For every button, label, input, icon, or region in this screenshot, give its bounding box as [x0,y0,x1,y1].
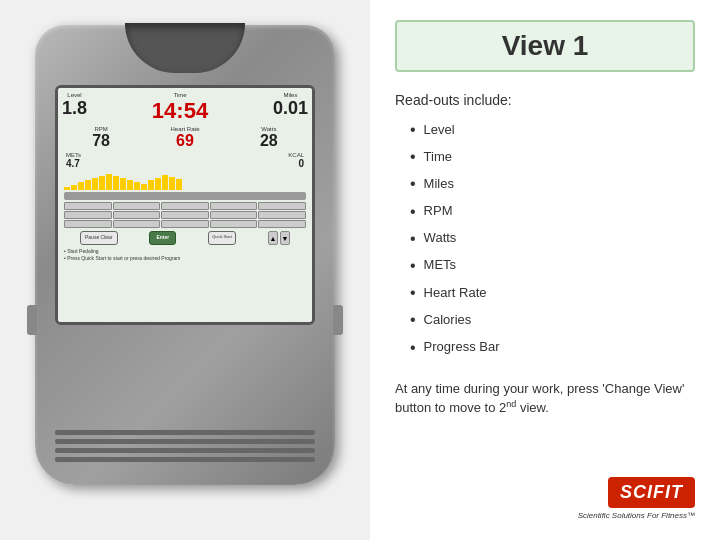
quick-start-button[interactable]: Quick Start [208,231,236,245]
miles-value: 0.01 [273,98,308,119]
logo-tagline: Scientific Solutions For Fitness™ [578,511,695,520]
bar-chart-bar [127,180,133,190]
readout-item: Time [410,143,695,170]
button-grid [64,202,306,228]
readout-item: Watts [410,225,695,252]
readout-item: Calories [410,306,695,333]
view-title: View 1 [502,30,589,61]
device-handle [125,23,245,73]
enter-button[interactable]: Enter [149,231,176,245]
press-quickstart-text: • Press Quick Start to start or press de… [64,255,306,261]
view-title-box: View 1 [395,20,695,72]
screen-container: Level 1.8 Time 14:54 Miles 0.01 [55,85,315,325]
start-pedaling-text: • Start Pedaling [64,248,306,254]
readout-item: RPM [410,198,695,225]
bar-chart-bar [141,184,147,190]
kcal-value: 0 [288,158,304,169]
action-buttons: Pause Clear Enter Quick Start ▲ ▼ [64,231,306,245]
bar-chart-bar [85,180,91,190]
up-button[interactable]: ▲ [268,231,278,245]
vent-slots [55,430,315,465]
bar-chart-bar [78,182,84,190]
readout-item: Heart Rate [410,279,695,306]
scifit-logo: SCIFIT Scientific Solutions For Fitness™ [578,477,695,520]
readouts-section: Read-outs include: LevelTimeMilesRPMWatt… [395,92,695,361]
readouts-title: Read-outs include: [395,92,695,108]
bar-chart-bar [134,182,140,190]
time-value: 14:54 [152,98,208,124]
bar-chart-bar [113,176,119,190]
mets-value: 4.7 [66,158,81,169]
bar-chart [64,170,306,190]
bar-chart-bar [155,178,161,190]
readout-item: Level [410,116,695,143]
down-button[interactable]: ▼ [280,231,290,245]
bar-chart-bar [92,178,98,190]
readout-item: METs [410,252,695,279]
bar-chart-bar [169,177,175,190]
logo-section: SCIFIT Scientific Solutions For Fitness™ [395,477,695,520]
screen: Level 1.8 Time 14:54 Miles 0.01 [58,88,312,322]
left-panel: Level 1.8 Time 14:54 Miles 0.01 [0,0,370,540]
pause-clear-button[interactable]: Pause Clear [80,231,118,245]
bar-chart-bar [176,179,182,190]
side-button-left[interactable] [27,305,37,335]
description-text: At any time during your work, press 'Cha… [395,379,695,418]
logo-text: SCIFIT [608,477,695,508]
device-body: Level 1.8 Time 14:54 Miles 0.01 [35,25,335,485]
bar-chart-bar [106,174,112,190]
device-image: Level 1.8 Time 14:54 Miles 0.01 [20,25,350,515]
right-panel: View 1 Read-outs include: LevelTimeMiles… [370,0,720,540]
readout-item: Progress Bar [410,334,695,361]
bar-chart-bar [64,187,70,190]
readouts-list: LevelTimeMilesRPMWattsMETsHeart RateCalo… [395,116,695,361]
bar-chart-bar [71,185,77,190]
rpm-value: 78 [92,132,110,150]
readout-item: Miles [410,170,695,197]
progress-area [64,192,306,200]
level-value: 1.8 [62,98,87,119]
bar-chart-bar [99,176,105,190]
bar-chart-bar [120,178,126,190]
bar-chart-bar [162,175,168,190]
side-button-right[interactable] [333,305,343,335]
bar-chart-bar [148,180,154,190]
watts-value: 28 [260,132,278,150]
heart-value: 69 [170,132,199,150]
